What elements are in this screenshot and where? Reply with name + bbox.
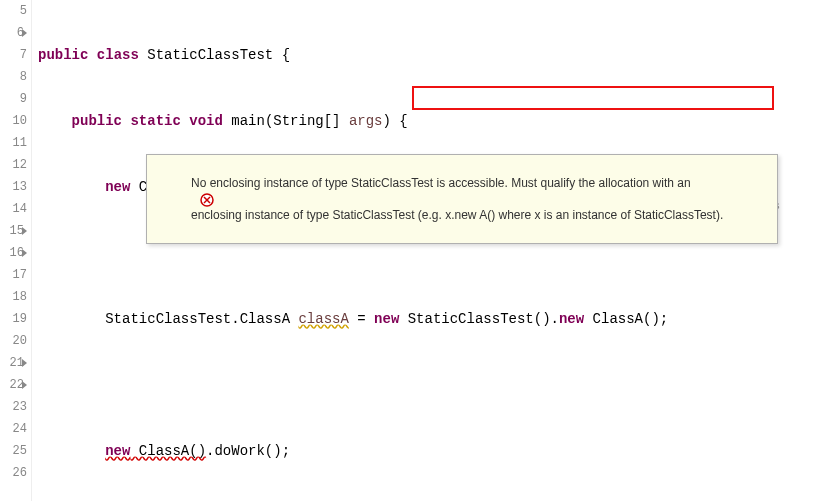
line-number: 5 <box>0 0 27 22</box>
line-number: 7 <box>0 44 27 66</box>
code-line[interactable]: new ClassA().doWork(); <box>38 440 834 462</box>
line-number: 11 <box>0 132 27 154</box>
line-number: 13 <box>0 176 27 198</box>
code-editor[interactable]: 5 6 7 8 9 10 11 12 13 14 15 16 17 18 19 … <box>0 0 834 501</box>
fold-indicator-icon[interactable] <box>22 381 27 389</box>
line-number: 26 <box>0 462 27 484</box>
tooltip-text: (e.g. x.new A() where x is an instance o… <box>418 208 723 222</box>
code-line[interactable]: StaticClassTest.ClassA classA = new Stat… <box>38 308 834 330</box>
line-number: 24 <box>0 418 27 440</box>
line-number: 17 <box>0 264 27 286</box>
error-tooltip[interactable]: No enclosing instance of type StaticClas… <box>146 154 778 244</box>
line-number: 6 <box>0 22 27 44</box>
annotation-box <box>412 86 774 110</box>
line-number: 19 <box>0 308 27 330</box>
tooltip-text: enclosing instance of type StaticClassTe… <box>191 208 418 222</box>
fold-indicator-icon[interactable] <box>22 227 27 235</box>
line-number: 25 <box>0 440 27 462</box>
unused-variable-warning[interactable]: classA <box>298 311 348 327</box>
line-number: 8 <box>0 66 27 88</box>
fold-indicator-icon[interactable] <box>22 249 27 257</box>
line-number: 20 <box>0 330 27 352</box>
line-number: 9 <box>0 88 27 110</box>
code-line[interactable]: public static void main(String[] args) { <box>38 110 834 132</box>
line-number: 21 <box>0 352 27 374</box>
fold-indicator-icon[interactable] <box>22 359 27 367</box>
code-line[interactable]: public class StaticClassTest { <box>38 44 834 66</box>
line-number-gutter: 5 6 7 8 9 10 11 12 13 14 15 16 17 18 19 … <box>0 0 32 501</box>
code-area[interactable]: public class StaticClassTest { public st… <box>32 0 834 501</box>
code-line[interactable] <box>38 242 834 264</box>
compile-error[interactable]: new <box>105 443 130 459</box>
code-line[interactable] <box>38 374 834 396</box>
line-number: 18 <box>0 286 27 308</box>
line-number: 23 <box>0 396 27 418</box>
line-number: 15 <box>0 220 27 242</box>
compile-error[interactable]: ClassA() <box>130 443 206 459</box>
line-number: 16 <box>0 242 27 264</box>
fold-indicator-icon[interactable] <box>22 29 27 37</box>
line-number: 14 <box>0 198 27 220</box>
line-number: 12 <box>0 154 27 176</box>
tooltip-text: No enclosing instance of type StaticClas… <box>191 176 691 190</box>
line-number: 22 <box>0 374 27 396</box>
error-icon <box>173 177 187 191</box>
line-number: 10 <box>0 110 27 132</box>
